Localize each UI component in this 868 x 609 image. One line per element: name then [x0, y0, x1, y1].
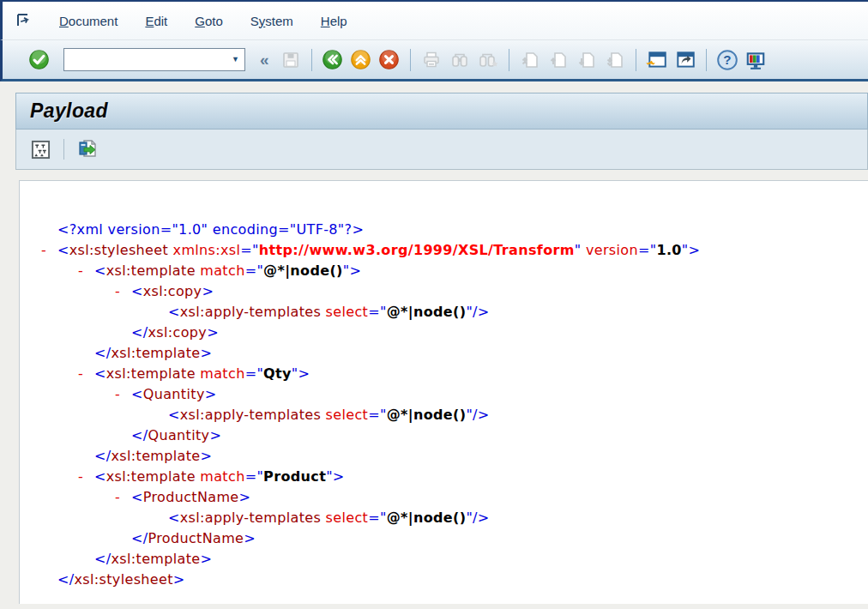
- xml-line: -<xsl:template match="Product">: [20, 467, 868, 487]
- collapse-marker[interactable]: -: [78, 364, 94, 384]
- svg-text:?: ?: [723, 52, 731, 67]
- save-icon: [279, 47, 303, 73]
- collapse-marker[interactable]: -: [115, 281, 131, 302]
- xml-line: -<xsl:copy>: [20, 281, 868, 302]
- xml-line: <xsl:apply-templates select="@*|node()"/…: [20, 405, 868, 425]
- xml-line: </xsl:copy>: [20, 323, 868, 343]
- back-icon[interactable]: [321, 47, 345, 73]
- toolbar-separator: [706, 49, 707, 71]
- find-icon: [448, 47, 472, 73]
- last-page-icon: [603, 47, 627, 73]
- standard-toolbar: ▼ «: [0, 40, 868, 81]
- enter-icon[interactable]: [27, 47, 51, 73]
- menu-item-edit[interactable]: Edit: [131, 9, 181, 33]
- menu-item-help[interactable]: Help: [307, 9, 361, 33]
- xml-line: <xsl:apply-templates select="@*|node()"/…: [20, 302, 868, 323]
- page-title: Payload: [30, 99, 108, 123]
- collapse-marker[interactable]: -: [115, 487, 131, 508]
- menu-bar: DocumentEditGotoSystemHelp: [0, 2, 868, 40]
- xml-line: -<xsl:template match="Qty">: [20, 364, 868, 384]
- xml-line: -<Quantity>: [20, 384, 868, 405]
- first-page-icon: [518, 47, 542, 73]
- xml-line: </ProductName>: [20, 528, 868, 549]
- create-shortcut-icon[interactable]: [673, 47, 697, 73]
- previous-page-icon: [546, 47, 570, 73]
- exit-icon[interactable]: [349, 47, 373, 73]
- menu-item-system[interactable]: System: [237, 9, 307, 33]
- find-next-icon: [476, 47, 500, 73]
- xml-line: -<ProductName>: [20, 487, 868, 508]
- command-field-wrap: ▼: [63, 48, 245, 71]
- collapse-toolbar-icon[interactable]: «: [255, 51, 274, 68]
- toolbar-separator: [311, 49, 312, 71]
- toolbar-separator: [509, 49, 509, 71]
- xml-lines: <?xml version="1.0" encoding="UTF-8"?>-<…: [20, 220, 868, 590]
- collapse-marker[interactable]: -: [41, 240, 57, 261]
- xml-line: <xsl:apply-templates select="@*|node()"/…: [20, 508, 868, 528]
- collapse-marker[interactable]: -: [115, 384, 131, 405]
- text-view-icon[interactable]: [27, 136, 53, 162]
- export-xml-icon[interactable]: [75, 136, 100, 162]
- collapse-marker[interactable]: -: [78, 261, 94, 281]
- toolbar-separator: [636, 49, 636, 71]
- new-session-icon[interactable]: [645, 47, 669, 73]
- payload-panel: Payload: [15, 93, 868, 170]
- help-icon[interactable]: ?: [715, 47, 739, 73]
- application-toolbar: [15, 130, 868, 170]
- toolbar-separator: [410, 49, 411, 71]
- next-page-icon: [575, 47, 599, 73]
- xml-line: </xsl:template>: [20, 446, 868, 467]
- cancel-icon[interactable]: [377, 47, 401, 73]
- xml-line: </xsl:template>: [20, 549, 868, 570]
- panel-title-bar: Payload: [15, 93, 868, 130]
- command-dropdown-icon[interactable]: ▼: [230, 56, 244, 63]
- print-icon: [419, 47, 443, 73]
- command-field[interactable]: [64, 51, 230, 69]
- menu-item-document[interactable]: Document: [45, 9, 131, 33]
- sap-gui-window: DocumentEditGotoSystemHelp ▼ «: [0, 0, 868, 609]
- work-area: Payload: [0, 93, 868, 609]
- xml-line: -<xsl:stylesheet xmlns:xsl="http://www.w…: [20, 240, 868, 261]
- customize-layout-icon[interactable]: [744, 47, 768, 73]
- xml-payload-viewer: <?xml version="1.0" encoding="UTF-8"?>-<…: [19, 180, 868, 604]
- xml-line: </xsl:stylesheet>: [20, 570, 868, 590]
- menu-items: DocumentEditGotoSystemHelp: [45, 9, 361, 33]
- xml-line: </Quantity>: [20, 425, 868, 446]
- xml-line: </xsl:template>: [20, 343, 868, 364]
- xml-line: <?xml version="1.0" encoding="UTF-8"?>: [20, 220, 868, 240]
- collapse-marker[interactable]: -: [78, 467, 94, 487]
- menu-item-goto[interactable]: Goto: [181, 9, 237, 33]
- xml-line: -<xsl:template match="@*|node()">: [20, 261, 868, 281]
- system-menu-icon[interactable]: [15, 12, 33, 29]
- app-toolbar-separator: [63, 139, 64, 160]
